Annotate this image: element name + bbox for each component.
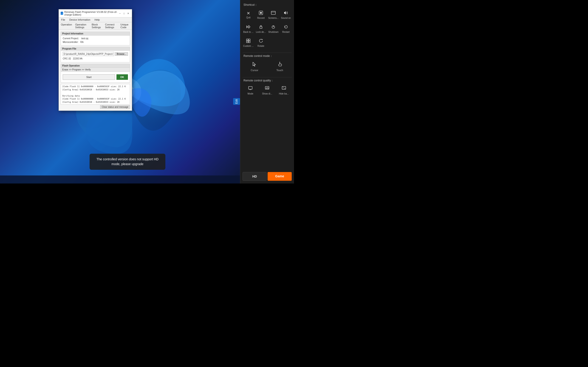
show-di-button[interactable]: Show di... bbox=[259, 84, 275, 96]
toolbar-operation[interactable]: Operation bbox=[60, 23, 73, 29]
start-button[interactable]: Start bbox=[63, 74, 115, 80]
flash-programmer-dialog: Renesas Flash Programmer V3.08.02 (Free-… bbox=[59, 9, 132, 111]
sound-label: Sound on bbox=[281, 17, 291, 19]
flash-operation-section: Flash Operation Erase >> Program >> Veri… bbox=[61, 64, 130, 83]
dialog-controls[interactable]: ─ □ ✕ bbox=[118, 11, 130, 15]
svg-rect-5 bbox=[260, 27, 262, 28]
custom-icon bbox=[246, 39, 251, 44]
flash-operation-title: Flash Operation bbox=[61, 64, 130, 68]
crc-row: CRC-32 2220C4A bbox=[63, 57, 128, 61]
start-ok-row: Start OK bbox=[63, 73, 128, 81]
toolbar-block-settings[interactable]: Block Settings bbox=[91, 23, 103, 29]
project-info-section: Project Information Current Project: tes… bbox=[61, 32, 130, 45]
output-line-0: [Code Flash 1] 0x00000000 - 0x0000563F s… bbox=[62, 85, 128, 88]
microcontroller-value: RA bbox=[80, 41, 84, 43]
mode-quality-icon bbox=[248, 86, 253, 92]
restart-icon bbox=[284, 25, 288, 30]
flash-operation-value: Erase >> Program >> Verify bbox=[61, 68, 130, 72]
browse-button[interactable]: Browse... bbox=[115, 52, 128, 56]
game-button[interactable]: Game bbox=[268, 172, 292, 181]
edit-button[interactable]: Edit bbox=[233, 98, 240, 105]
mode-quality-label: Mode bbox=[248, 92, 253, 95]
dialog-icon bbox=[61, 12, 63, 15]
toolbar-connect-settings[interactable]: Connect Settings bbox=[104, 23, 118, 29]
shortcut-grid-row1: ✕ Quit Record Screens... Sound on bbox=[242, 9, 292, 21]
back-icon bbox=[246, 25, 251, 30]
screenshot-label: Screens... bbox=[268, 17, 279, 19]
shutdown-button[interactable]: Shutdown bbox=[268, 23, 279, 35]
clear-button[interactable]: Clear status and message bbox=[100, 105, 130, 109]
cursor-icon bbox=[252, 62, 257, 68]
svg-rect-7 bbox=[246, 39, 248, 41]
show-di-icon bbox=[265, 86, 269, 92]
shutdown-label: Shutdown bbox=[268, 31, 278, 33]
rotate-button[interactable]: Rotate bbox=[255, 37, 267, 49]
custom-label: Custom ... bbox=[243, 45, 254, 48]
divider-1 bbox=[242, 52, 292, 53]
svg-point-11 bbox=[279, 62, 280, 63]
minimize-button[interactable]: ─ bbox=[118, 11, 122, 15]
ok-button[interactable]: OK bbox=[116, 74, 128, 80]
restart-label: Restart bbox=[282, 31, 290, 33]
custom-button[interactable]: Custom ... bbox=[242, 37, 254, 49]
menu-help[interactable]: Help bbox=[94, 18, 101, 22]
svg-rect-8 bbox=[249, 39, 250, 41]
hd-button[interactable]: HD bbox=[242, 172, 267, 181]
svg-rect-13 bbox=[265, 86, 269, 89]
crc-label: CRC-32 bbox=[63, 57, 71, 60]
output-line-4: [Code Flash 1] 0x00000000 - 0x0000563F s… bbox=[62, 98, 128, 101]
dialog-title: Renesas Flash Programmer V3.08.02 (Free-… bbox=[61, 10, 118, 16]
shortcut-title: Shortcut： bbox=[242, 3, 292, 7]
svg-rect-10 bbox=[249, 41, 250, 43]
taskbar bbox=[0, 175, 255, 184]
remote-mode-title: Remote control mode： bbox=[242, 54, 292, 58]
lock-button[interactable]: Lock de... bbox=[255, 23, 267, 35]
restart-button[interactable]: Restart bbox=[280, 23, 292, 35]
project-info-content: Current Project: test.rpj Microcontrolle… bbox=[61, 35, 130, 45]
output-area[interactable]: [Code Flash 1] 0x00000000 - 0x0000563F s… bbox=[61, 84, 130, 105]
dialog-menubar: File Device Information Help bbox=[59, 17, 132, 22]
svg-point-3 bbox=[260, 12, 262, 14]
program-file-row: Browse... bbox=[63, 52, 128, 56]
dialog-title-text: Renesas Flash Programmer V3.08.02 (Free-… bbox=[64, 10, 118, 16]
program-file-input[interactable] bbox=[63, 52, 114, 56]
record-icon bbox=[259, 10, 263, 16]
current-project-label: Current Project: bbox=[63, 37, 79, 40]
hide-ba-button[interactable]: Hide ba... bbox=[276, 84, 292, 96]
quit-button[interactable]: ✕ Quit bbox=[242, 9, 254, 21]
mode-quality-button[interactable]: Mode bbox=[242, 84, 258, 96]
output-line-5: [Config Area] 0x01010018 - 0x01010033 si… bbox=[62, 101, 128, 104]
toolbar-unique-code[interactable]: Unique Code bbox=[120, 23, 130, 29]
close-button[interactable]: ✕ bbox=[126, 11, 130, 15]
crc-value: 2220C4A bbox=[73, 57, 82, 60]
back-label: Back to ... bbox=[243, 31, 253, 33]
shortcut-grid-row2: Back to ... Lock de... Shutdown bbox=[242, 23, 292, 35]
screenshot-icon bbox=[271, 10, 276, 16]
program-file-content: Browse... CRC-32 2220C4A bbox=[61, 51, 130, 62]
quit-icon: ✕ bbox=[247, 11, 250, 15]
output-line-3: Verifying data bbox=[62, 94, 128, 98]
toolbar-operation-settings[interactable]: Operation Settings bbox=[74, 23, 89, 29]
output-line-1: [Config Area] 0x01010018 - 0x01010033 si… bbox=[62, 88, 128, 92]
microcontroller-row: Microcontroller: RA bbox=[63, 40, 128, 44]
touch-mode-button[interactable]: Touch bbox=[268, 60, 292, 73]
cursor-mode-button[interactable]: Cursor bbox=[242, 60, 267, 73]
menu-device-info[interactable]: Device Information bbox=[69, 18, 91, 22]
dialog-toolbar: Operation Operation Settings Block Setti… bbox=[59, 22, 132, 30]
back-button[interactable]: Back to ... bbox=[242, 23, 254, 35]
toast-line1: The controlled version does not support … bbox=[96, 157, 158, 161]
record-label: Record bbox=[257, 17, 265, 19]
shutdown-icon bbox=[271, 25, 276, 30]
record-button[interactable]: Record bbox=[255, 9, 267, 21]
menu-file[interactable]: File bbox=[60, 18, 66, 22]
maximize-button[interactable]: □ bbox=[122, 11, 126, 15]
hd-game-row: HD Game bbox=[242, 172, 292, 181]
project-info-title: Project Information bbox=[61, 32, 130, 35]
dialog-titlebar: Renesas Flash Programmer V3.08.02 (Free-… bbox=[59, 9, 132, 17]
svg-rect-9 bbox=[246, 41, 248, 43]
svg-rect-4 bbox=[271, 11, 275, 15]
screenshot-button[interactable]: Screens... bbox=[268, 9, 279, 21]
sound-button[interactable]: Sound on bbox=[280, 9, 292, 21]
sound-icon bbox=[284, 10, 288, 16]
start-ok-content: Start OK bbox=[61, 72, 130, 82]
